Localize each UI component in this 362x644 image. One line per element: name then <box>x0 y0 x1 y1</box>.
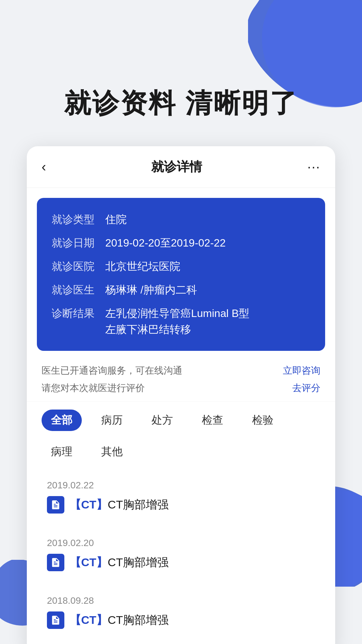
info-box: 就诊类型 住院 就诊日期 2019-02-20至2019-02-22 就诊医院 … <box>37 198 325 351</box>
tab-other[interactable]: 其他 <box>92 441 132 463</box>
visit-detail-card: ‹ 就诊详情 ··· 就诊类型 住院 就诊日期 2019-02-20至2019-… <box>27 146 335 644</box>
tab-examination[interactable]: 检查 <box>192 410 233 431</box>
info-row-doctor: 就诊医生 杨琳琳 /肿瘤内二科 <box>52 282 310 298</box>
info-label-diagnosis: 诊断结果 <box>52 305 105 321</box>
more-button[interactable]: ··· <box>307 159 320 174</box>
consult-text: 医生已开通咨询服务，可在线沟通 <box>42 364 182 377</box>
doc-group-2: 2019.02.20 【CT】CT胸部增强 <box>37 528 325 581</box>
info-value-type: 住院 <box>105 211 127 227</box>
info-value-date: 2019-02-20至2019-02-22 <box>105 235 226 251</box>
tab-medical-record[interactable]: 病历 <box>92 410 132 431</box>
doc-date-3: 2018.09.28 <box>47 595 315 606</box>
tab-prescription[interactable]: 处方 <box>142 410 182 431</box>
doc-date-1: 2019.02.22 <box>47 480 315 491</box>
doc-group-3: 2018.09.28 【CT】CT胸部增强 <box>37 586 325 638</box>
rate-notice: 请您对本次就医进行评价 去评分 <box>27 380 335 401</box>
document-icon-2 <box>47 554 64 571</box>
back-button[interactable]: ‹ <box>42 159 46 174</box>
doc-title-2: 【CT】CT胸部增强 <box>70 555 169 570</box>
info-row-type: 就诊类型 住院 <box>52 211 310 227</box>
info-label-date: 就诊日期 <box>52 235 105 251</box>
tab-all[interactable]: 全部 <box>42 410 82 431</box>
doc-title-1: 【CT】CT胸部增强 <box>70 497 169 513</box>
filter-tabs: 全部 病历 处方 检查 检验 病理 其他 <box>27 401 335 471</box>
info-label-type: 就诊类型 <box>52 211 105 227</box>
info-row-diagnosis: 诊断结果 左乳侵润性导管癌Luminal B型左腋下淋巴结转移 <box>52 305 310 337</box>
info-row-date: 就诊日期 2019-02-20至2019-02-22 <box>52 235 310 251</box>
doc-group-1: 2019.02.22 【CT】CT胸部增强 <box>37 471 325 523</box>
info-value-doctor: 杨琳琳 /肿瘤内二科 <box>105 282 197 298</box>
rate-link[interactable]: 去评分 <box>292 382 320 394</box>
info-label-hospital: 就诊医院 <box>52 258 105 274</box>
doc-date-2: 2019.02.20 <box>47 538 315 548</box>
consult-notice: 医生已开通咨询服务，可在线沟通 立即咨询 <box>27 358 335 380</box>
card-header: ‹ 就诊详情 ··· <box>27 146 335 188</box>
rate-text: 请您对本次就医进行评价 <box>42 382 145 394</box>
doc-item-2[interactable]: 【CT】CT胸部增强 <box>47 554 315 571</box>
document-icon-3 <box>47 611 64 629</box>
info-value-hospital: 北京世纪坛医院 <box>105 258 180 274</box>
doc-title-3: 【CT】CT胸部增强 <box>70 612 169 628</box>
tab-test[interactable]: 检验 <box>243 410 283 431</box>
tab-pathology[interactable]: 病理 <box>42 441 82 463</box>
info-row-hospital: 就诊医院 北京世纪坛医院 <box>52 258 310 274</box>
card-title: 就诊详情 <box>151 158 202 175</box>
doc-item-3[interactable]: 【CT】CT胸部增强 <box>47 611 315 629</box>
document-list: 2019.02.22 【CT】CT胸部增强 2019.02.20 <box>27 471 335 644</box>
info-label-doctor: 就诊医生 <box>52 282 105 298</box>
consult-link[interactable]: 立即咨询 <box>283 364 320 377</box>
document-icon-1 <box>47 496 64 514</box>
hero-title: 就诊资料 清晰明了 <box>0 0 362 146</box>
info-value-diagnosis: 左乳侵润性导管癌Luminal B型左腋下淋巴结转移 <box>105 305 249 337</box>
doc-item-1[interactable]: 【CT】CT胸部增强 <box>47 496 315 514</box>
